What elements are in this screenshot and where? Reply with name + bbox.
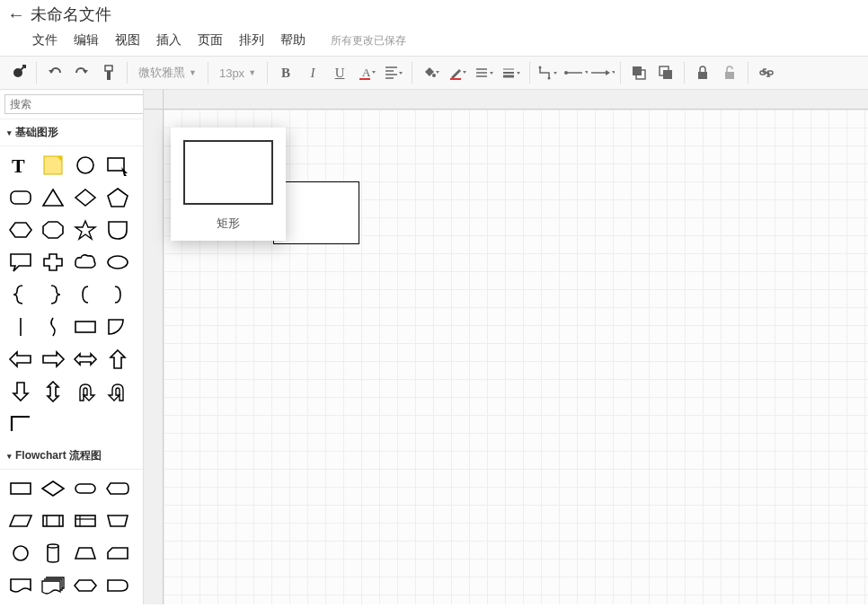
fc-card[interactable] <box>102 538 133 568</box>
menu-insert[interactable]: 插入 <box>156 32 182 48</box>
fill-color-button[interactable] <box>418 60 443 85</box>
menu-view[interactable]: 视图 <box>115 32 140 48</box>
document-title[interactable]: 未命名文件 <box>31 4 111 25</box>
fc-predefined[interactable] <box>38 506 68 536</box>
fc-internal[interactable] <box>70 506 101 536</box>
menu-file[interactable]: 文件 <box>32 32 58 48</box>
fc-delay[interactable] <box>102 570 133 601</box>
shape-star[interactable] <box>70 215 101 245</box>
unlock-button[interactable] <box>717 60 742 85</box>
shape-arrow-lr[interactable] <box>70 344 101 374</box>
redo-button[interactable] <box>69 60 94 85</box>
fc-terminator[interactable] <box>70 473 101 504</box>
tooltip-preview-rect <box>183 140 273 205</box>
line-color-button[interactable] <box>445 60 470 85</box>
lock-button[interactable] <box>690 60 715 85</box>
shape-bracket-right[interactable] <box>102 279 133 310</box>
fc-hex[interactable] <box>70 570 101 601</box>
bring-front-button[interactable] <box>626 60 651 85</box>
shape-plus[interactable] <box>38 247 68 278</box>
shape-brace-left[interactable] <box>5 279 36 310</box>
shape-octagon[interactable] <box>38 215 68 245</box>
shape-line-v2[interactable] <box>38 312 68 342</box>
fc-stored[interactable] <box>70 603 101 604</box>
arrow-start-button[interactable] <box>562 60 588 85</box>
search-input[interactable] <box>4 94 144 114</box>
category-flowchart[interactable]: Flowchart 流程图 <box>0 443 143 470</box>
shape-arrow-up[interactable] <box>102 344 133 374</box>
drawing-canvas[interactable]: 矩形 <box>164 110 868 604</box>
fc-trap[interactable] <box>70 538 101 568</box>
back-arrow-icon[interactable]: ← <box>7 4 25 25</box>
shape-arrow-left[interactable] <box>5 344 36 374</box>
fc-display[interactable] <box>102 473 133 504</box>
bold-button[interactable]: B <box>273 60 298 85</box>
shape-arrow-ud[interactable] <box>38 376 68 407</box>
line-style-button[interactable] <box>472 60 497 85</box>
placed-rectangle[interactable] <box>273 181 359 244</box>
menu-bar: 文件 编辑 视图 插入 页面 排列 帮助 所有更改已保存 <box>0 29 868 56</box>
svg-rect-15 <box>663 70 672 79</box>
shape-line-v[interactable] <box>5 312 36 342</box>
shape-uturn-left[interactable] <box>70 376 101 407</box>
shape-sidebar: 基础图形 T <box>0 90 144 604</box>
shape-hexagon[interactable] <box>5 215 36 245</box>
canvas-area: 矩形 <box>144 90 868 604</box>
share-button[interactable] <box>5 60 31 85</box>
connector-button[interactable] <box>536 60 561 85</box>
shape-brace-right[interactable] <box>38 279 68 310</box>
shape-rect-cursor[interactable] <box>102 150 133 181</box>
menu-page[interactable]: 页面 <box>198 32 223 48</box>
vertical-ruler[interactable] <box>144 110 164 604</box>
shape-arrow-down[interactable] <box>5 376 36 407</box>
fc-data[interactable] <box>5 506 36 536</box>
fc-manual[interactable] <box>102 506 133 536</box>
shape-callout[interactable] <box>5 247 36 278</box>
fc-merge[interactable] <box>38 603 68 604</box>
shape-rhombus[interactable] <box>70 182 101 213</box>
send-back-button[interactable] <box>653 60 678 85</box>
fc-decision[interactable] <box>38 473 68 504</box>
font-size-select[interactable]: 13px▼ <box>214 61 261 84</box>
shape-note[interactable] <box>38 150 68 181</box>
menu-arrange[interactable]: 排列 <box>239 32 264 48</box>
shape-uturn-right[interactable] <box>102 376 133 407</box>
shape-quarter[interactable] <box>102 312 133 342</box>
arrow-end-button[interactable] <box>589 60 615 85</box>
svg-rect-27 <box>11 191 31 204</box>
fc-database[interactable] <box>38 538 68 568</box>
shape-rect-thin[interactable] <box>70 312 101 342</box>
shape-shield[interactable] <box>102 215 133 245</box>
fc-process[interactable] <box>5 473 36 504</box>
underline-button[interactable]: U <box>327 60 352 85</box>
shape-text[interactable]: T <box>5 150 36 181</box>
undo-button[interactable] <box>42 60 67 85</box>
align-button[interactable] <box>381 60 406 85</box>
shape-corner[interactable] <box>5 409 36 439</box>
menu-help[interactable]: 帮助 <box>280 32 306 48</box>
menu-edit[interactable]: 编辑 <box>74 32 99 48</box>
fc-connector[interactable] <box>5 538 36 568</box>
shape-arrow-right[interactable] <box>38 344 68 374</box>
shape-rounded-rect[interactable] <box>5 182 36 213</box>
horizontal-ruler[interactable] <box>164 90 868 110</box>
fc-doc[interactable] <box>5 570 36 601</box>
shape-pentagon[interactable] <box>102 182 133 213</box>
font-family-select[interactable]: 微软雅黑▼ <box>133 61 202 84</box>
format-painter-button[interactable] <box>96 60 121 85</box>
shape-oval[interactable] <box>102 247 133 278</box>
italic-button[interactable]: I <box>300 60 325 85</box>
fc-tape[interactable] <box>102 603 133 604</box>
shape-ellipse[interactable] <box>70 150 101 181</box>
shape-cloud[interactable] <box>70 247 101 278</box>
shape-bracket-left[interactable] <box>70 279 101 310</box>
font-color-button[interactable]: A <box>354 60 379 85</box>
link-button[interactable] <box>754 60 779 85</box>
line-width-button[interactable] <box>499 60 524 85</box>
svg-rect-12 <box>633 66 642 75</box>
font-family-value: 微软雅黑 <box>138 65 185 81</box>
fc-multi[interactable] <box>38 570 68 601</box>
fc-offpage[interactable] <box>5 603 36 604</box>
shape-triangle[interactable] <box>38 182 68 213</box>
category-basic[interactable]: 基础图形 <box>0 119 143 146</box>
